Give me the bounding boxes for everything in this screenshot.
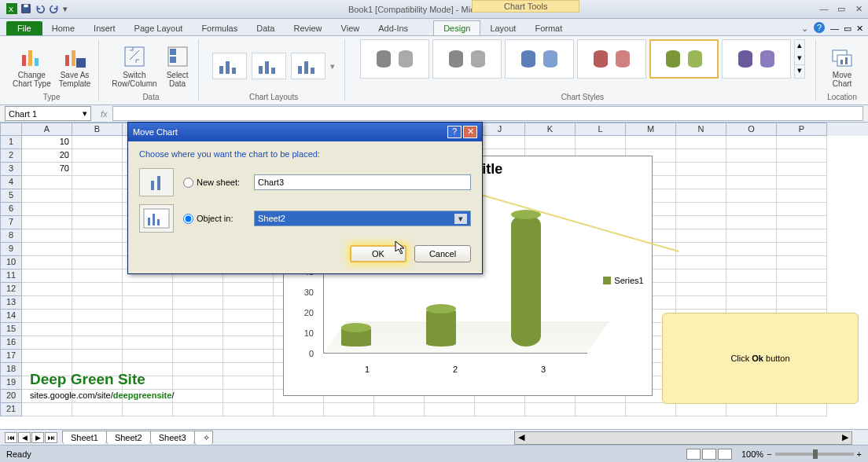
cell[interactable] <box>22 229 72 243</box>
row-header[interactable]: 13 <box>0 296 22 310</box>
cell[interactable] <box>576 403 626 416</box>
page-break-view-button[interactable] <box>718 449 732 460</box>
style-thumb-1[interactable] <box>360 39 429 79</box>
style-thumb-5[interactable] <box>649 39 719 79</box>
cell[interactable] <box>726 270 777 283</box>
cell[interactable] <box>173 350 223 363</box>
cell[interactable]: 20 <box>22 149 72 163</box>
cell[interactable] <box>223 403 274 416</box>
cell[interactable] <box>22 243 72 256</box>
cell[interactable] <box>72 403 123 416</box>
name-box[interactable]: Chart 1▾ <box>5 106 91 121</box>
cell[interactable] <box>676 149 726 163</box>
cell[interactable] <box>777 403 827 416</box>
tab-formulas[interactable]: Formulas <box>192 21 247 35</box>
cell[interactable] <box>72 216 123 229</box>
undo-icon[interactable] <box>35 3 46 16</box>
cell[interactable] <box>726 136 777 149</box>
file-tab[interactable]: File <box>6 21 42 35</box>
layouts-more-icon[interactable]: ▾ <box>330 39 335 93</box>
row-header[interactable]: 12 <box>0 283 22 296</box>
cell[interactable] <box>123 296 173 310</box>
cell[interactable] <box>223 283 274 296</box>
cell[interactable] <box>223 323 274 336</box>
doc-minimize-button[interactable]: ― <box>830 24 839 33</box>
chevron-down-icon[interactable]: ▾ <box>83 108 87 119</box>
cell[interactable] <box>22 310 72 323</box>
tab-nav-first[interactable]: ⏮ <box>5 432 17 443</box>
row-header[interactable]: 15 <box>0 323 22 336</box>
cell[interactable] <box>22 350 72 363</box>
cell[interactable] <box>777 243 827 256</box>
sheet-tab-sheet3[interactable]: Sheet3 <box>150 431 195 444</box>
sheet-tab-sheet2[interactable]: Sheet2 <box>106 431 151 444</box>
cell[interactable] <box>72 270 123 283</box>
cell[interactable] <box>576 136 626 149</box>
cell[interactable] <box>676 283 726 296</box>
row-header[interactable]: 10 <box>0 256 22 270</box>
cell[interactable] <box>223 296 274 310</box>
cell[interactable] <box>676 229 726 243</box>
new-sheet-radio[interactable]: New sheet: <box>183 178 245 188</box>
tab-review[interactable]: Review <box>284 21 331 35</box>
cell[interactable] <box>777 229 827 243</box>
col-header[interactable]: P <box>777 123 827 136</box>
layout-thumb-2[interactable] <box>252 53 286 79</box>
cell[interactable] <box>425 403 475 416</box>
cell[interactable] <box>274 403 324 416</box>
cell[interactable] <box>72 323 123 336</box>
cell[interactable] <box>726 403 777 416</box>
cell[interactable] <box>72 243 123 256</box>
tab-addins[interactable]: Add-Ins <box>369 21 417 35</box>
switch-row-column-button[interactable]: Switch Row/Column <box>110 42 158 90</box>
cell[interactable] <box>676 403 726 416</box>
style-thumb-2[interactable] <box>432 39 502 79</box>
col-header[interactable]: A <box>22 123 72 136</box>
cell[interactable] <box>22 203 72 216</box>
col-header[interactable]: L <box>576 123 626 136</box>
row-header[interactable]: 17 <box>0 350 22 363</box>
cell[interactable] <box>777 283 827 296</box>
tab-view[interactable]: View <box>332 21 370 35</box>
cell[interactable] <box>123 283 173 296</box>
cell[interactable] <box>72 296 123 310</box>
cancel-button[interactable]: Cancel <box>414 245 471 262</box>
cell[interactable] <box>726 283 777 296</box>
cell[interactable] <box>173 336 223 350</box>
zoom-level[interactable]: 100% <box>741 449 763 459</box>
style-thumb-4[interactable] <box>577 39 646 79</box>
cell[interactable] <box>72 256 123 270</box>
cell[interactable] <box>726 163 777 176</box>
fx-icon[interactable]: fx <box>101 109 108 119</box>
cell[interactable] <box>72 283 123 296</box>
cell[interactable] <box>223 310 274 323</box>
cell[interactable] <box>223 336 274 350</box>
row-header[interactable]: 16 <box>0 336 22 350</box>
zoom-in-button[interactable]: + <box>857 449 862 459</box>
cell[interactable] <box>123 350 173 363</box>
tab-layout[interactable]: Layout <box>480 21 525 35</box>
save-as-template-button[interactable]: Save As Template <box>57 42 93 90</box>
row-header[interactable]: 19 <box>0 376 22 390</box>
cell[interactable] <box>676 136 726 149</box>
sheet-tab-sheet1[interactable]: Sheet1 <box>62 431 107 444</box>
cell[interactable] <box>72 163 123 176</box>
cell[interactable] <box>525 403 576 416</box>
cell[interactable] <box>223 350 274 363</box>
cell[interactable] <box>726 296 777 310</box>
zoom-slider[interactable] <box>775 453 854 456</box>
row-header[interactable]: 14 <box>0 310 22 323</box>
cell[interactable] <box>72 149 123 163</box>
cell[interactable] <box>72 350 123 363</box>
tab-nav-prev[interactable]: ◀ <box>18 432 31 443</box>
cell[interactable] <box>726 176 777 189</box>
tab-design[interactable]: Design <box>433 20 480 35</box>
layout-thumb-3[interactable] <box>291 53 326 79</box>
cell[interactable] <box>173 283 223 296</box>
bar-3[interactable] <box>511 214 541 346</box>
dialog-close-button[interactable]: ✕ <box>463 126 477 138</box>
cell[interactable] <box>726 203 777 216</box>
minimize-button[interactable]: ― <box>818 4 830 14</box>
normal-view-button[interactable] <box>686 449 701 460</box>
cell[interactable] <box>676 216 726 229</box>
